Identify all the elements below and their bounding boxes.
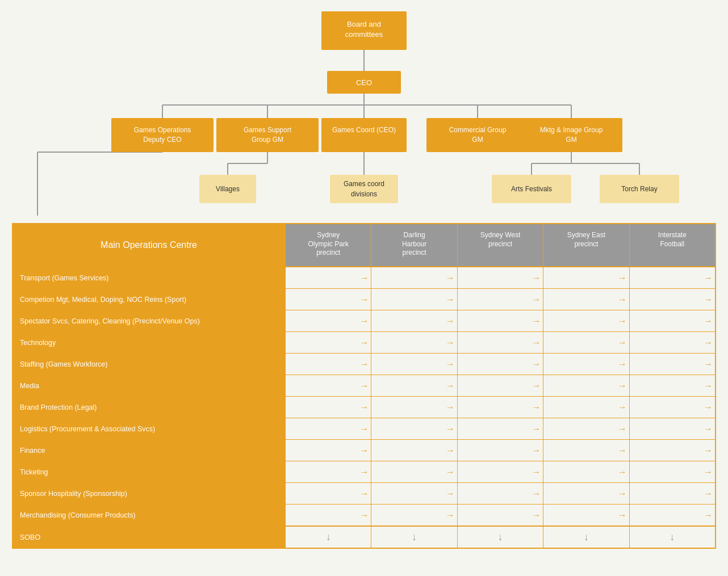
svg-text:Arts Festivals: Arts Festivals xyxy=(511,185,552,193)
row-cell: → xyxy=(458,332,543,353)
right-arrow-icon: → xyxy=(532,338,541,348)
row-cell: ↓ xyxy=(543,527,629,548)
svg-text:Deputy CEO: Deputy CEO xyxy=(143,136,181,144)
row-cell: → xyxy=(630,461,715,482)
right-arrow-icon: → xyxy=(359,445,369,456)
right-arrow-icon: → xyxy=(704,445,713,456)
row-cell: → xyxy=(458,418,543,439)
row-cell: → xyxy=(458,267,543,288)
row-cell: ↓ xyxy=(630,527,715,548)
row-cell: → xyxy=(630,332,715,353)
svg-rect-34 xyxy=(520,118,622,152)
svg-text:Board and: Board and xyxy=(347,20,381,28)
table-row: SOBO↓↓↓↓↓ xyxy=(13,526,715,548)
row-cell: → xyxy=(458,397,543,418)
row-cell: → xyxy=(371,289,457,310)
row-cell: → xyxy=(371,375,457,396)
svg-text:Games Operations: Games Operations xyxy=(134,126,191,134)
row-cell: → xyxy=(458,289,543,310)
data-rows: Transport (Games Services)→→→→→Competion… xyxy=(13,267,715,548)
row-label: SOBO xyxy=(13,527,286,548)
row-label: Spectator Svcs, Catering, Cleaning (Prec… xyxy=(13,310,286,331)
right-arrow-icon: → xyxy=(618,381,627,391)
row-cell: → xyxy=(630,504,715,525)
right-arrow-icon: → xyxy=(532,273,541,283)
right-arrow-icon: → xyxy=(446,381,455,391)
main-header-row: Main Operations Centre SydneyOlympic Par… xyxy=(13,224,715,267)
right-arrow-icon: → xyxy=(704,338,713,348)
row-cell: → xyxy=(371,418,457,439)
row-cell: → xyxy=(630,483,715,504)
table-row: Competion Mgt, Medical, Doping, NOC Rein… xyxy=(13,289,715,310)
right-arrow-icon: → xyxy=(446,273,455,283)
row-label: Media xyxy=(13,375,286,396)
row-cell: → xyxy=(543,418,629,439)
main-ops-cell: Main Operations Centre xyxy=(13,224,286,266)
right-arrow-icon: → xyxy=(618,510,627,520)
right-arrow-icon: → xyxy=(446,467,455,477)
main-operations-table: Main Operations Centre SydneyOlympic Par… xyxy=(12,223,716,549)
right-arrow-icon: → xyxy=(532,445,541,456)
down-arrow-icon: ↓ xyxy=(584,531,589,543)
row-cell: → xyxy=(286,354,371,375)
right-arrow-icon: → xyxy=(618,316,627,326)
table-row: Brand Protection (Legal)→→→→→ xyxy=(13,397,715,418)
right-arrow-icon: → xyxy=(359,273,369,283)
down-arrow-icon: ↓ xyxy=(412,531,417,543)
row-cell: ↓ xyxy=(286,527,371,548)
right-arrow-icon: → xyxy=(446,316,455,326)
row-label: Staffing (Games Workforce) xyxy=(13,354,286,375)
right-arrow-icon: → xyxy=(704,295,713,305)
down-arrow-icon: ↓ xyxy=(498,531,503,543)
svg-text:Commercial Group: Commercial Group xyxy=(449,126,507,134)
table-row: Spectator Svcs, Catering, Cleaning (Prec… xyxy=(13,310,715,332)
right-arrow-icon: → xyxy=(446,295,455,305)
row-cell: → xyxy=(543,354,629,375)
row-label: Technology xyxy=(13,332,286,353)
row-cell: → xyxy=(286,440,371,461)
right-arrow-icon: → xyxy=(359,381,369,391)
right-arrow-icon: → xyxy=(359,402,369,413)
right-arrow-icon: → xyxy=(359,316,369,326)
row-cell: → xyxy=(543,289,629,310)
row-label: Merchandising (Consumer Products) xyxy=(13,504,286,525)
row-cell: → xyxy=(286,375,371,396)
right-arrow-icon: → xyxy=(704,402,713,413)
precinct-3: Sydney Eastprecinct xyxy=(543,224,629,266)
precinct-1: DarlingHarbourprecinct xyxy=(371,224,457,266)
row-cell: → xyxy=(543,332,629,353)
right-arrow-icon: → xyxy=(532,295,541,305)
table-row: Merchandising (Consumer Products)→→→→→ xyxy=(13,504,715,526)
right-arrow-icon: → xyxy=(618,338,627,348)
right-arrow-icon: → xyxy=(704,359,713,369)
svg-rect-31 xyxy=(426,118,529,152)
svg-text:GM: GM xyxy=(566,136,576,144)
right-arrow-icon: → xyxy=(704,467,713,477)
right-arrow-icon: → xyxy=(618,359,627,369)
right-arrow-icon: → xyxy=(618,445,627,456)
down-arrow-icon: ↓ xyxy=(670,531,675,543)
row-cell: → xyxy=(630,397,715,418)
row-cell: → xyxy=(458,504,543,525)
row-cell: → xyxy=(543,310,629,331)
row-label: Transport (Games Services) xyxy=(13,267,286,288)
precinct-2: Sydney Westprecinct xyxy=(458,224,543,266)
row-label: Finance xyxy=(13,440,286,461)
right-arrow-icon: → xyxy=(359,424,369,434)
table-row: Media→→→→→ xyxy=(13,375,715,397)
row-cell: → xyxy=(543,267,629,288)
row-cell: → xyxy=(286,332,371,353)
row-cell: → xyxy=(286,418,371,439)
svg-rect-29 xyxy=(321,118,407,152)
right-arrow-icon: → xyxy=(359,489,369,499)
table-row: Technology→→→→→ xyxy=(13,332,715,354)
row-cell: → xyxy=(543,483,629,504)
right-arrow-icon: → xyxy=(618,424,627,434)
row-cell: → xyxy=(458,310,543,331)
row-cell: → xyxy=(286,397,371,418)
row-cell: → xyxy=(630,310,715,331)
row-cell: → xyxy=(371,461,457,482)
svg-text:Games Coord (CEO): Games Coord (CEO) xyxy=(332,126,396,134)
org-chart: Board and committees CEO Games Operation… xyxy=(12,6,716,549)
row-cell: → xyxy=(458,354,543,375)
